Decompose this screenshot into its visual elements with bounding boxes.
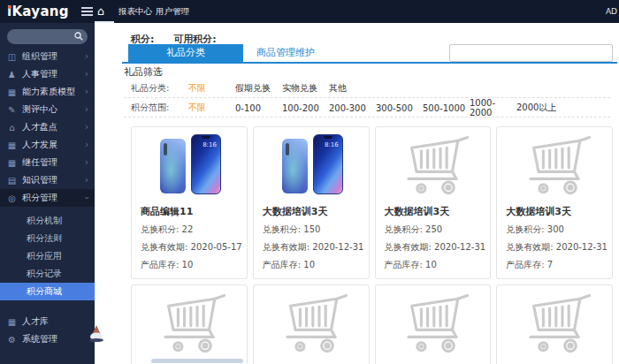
filter-option-range[interactable]: 200-300 bbox=[329, 103, 376, 113]
product-points: 兑换积分: 150 bbox=[263, 224, 360, 236]
tab-product-management[interactable]: 商品管理维护 bbox=[256, 44, 315, 62]
competency-grid-icon: ▦ bbox=[6, 87, 18, 97]
filter-label: 积分范围: bbox=[131, 102, 188, 114]
phone-front: 8:16 bbox=[191, 134, 221, 194]
sidebar-item-system-management[interactable]: ⚙ 系统管理 bbox=[0, 330, 95, 348]
chevron-down-icon: › bbox=[82, 196, 91, 200]
product-stock: 产品库存: 10 bbox=[263, 259, 360, 271]
app-logo: iKayang bbox=[7, 4, 69, 19]
product-validity: 兑换有效期: 2020-12-31 bbox=[385, 241, 482, 254]
tab-gift-category[interactable]: 礼品分类 bbox=[128, 44, 243, 62]
cart-icon bbox=[149, 292, 230, 356]
sidebar-bottom-items: ▦ 人才库 ⚙ 系统管理 bbox=[0, 313, 95, 348]
sidebar-item-hr-management[interactable]: ♟ 人事管理 › bbox=[0, 65, 95, 83]
sidebar-item-points-management[interactable]: ◎ 积分管理 › bbox=[0, 189, 95, 207]
filter-label: 礼品分类: bbox=[131, 82, 188, 95]
product-card: 8:16 大数据培训3天 兑换积分: 150 兑换有效期: 2020-12-31… bbox=[253, 126, 370, 279]
filter-option-holiday[interactable]: 假期兑换 bbox=[235, 82, 282, 95]
filter-option-range[interactable]: 100-200 bbox=[282, 103, 329, 113]
topnav-user-management[interactable]: 用户管理 bbox=[156, 6, 189, 18]
product-points: 兑换积分: 250 bbox=[385, 224, 482, 236]
product-card: 大数据培训3天 兑换积分: 250 兑换有效期: 2020-12-31 产品库存… bbox=[375, 126, 492, 279]
product-image: 8:16 bbox=[132, 131, 247, 201]
knowledge-icon: ▤ bbox=[6, 176, 18, 186]
redeem-button[interactable]: 立即兑换 bbox=[315, 278, 359, 279]
sidebar-item-talent-development[interactable]: ▦ 人才发展 › bbox=[0, 136, 95, 154]
chevron-right-icon: › bbox=[85, 176, 88, 185]
product-image bbox=[376, 289, 491, 360]
product-card bbox=[253, 284, 370, 364]
points-icon: ◎ bbox=[6, 193, 18, 203]
product-card: 8:16 商品编辑11 兑换积分: 22 兑换有效期: 2020-05-17 产… bbox=[131, 126, 248, 279]
sidebar-item-talent-review[interactable]: ⌂ 人才盘点 › bbox=[0, 118, 95, 136]
sidebar-subitem-points-records[interactable]: 积分记录 bbox=[0, 265, 95, 283]
sidebar-subitem-points-mall[interactable]: 积分商城 bbox=[0, 283, 95, 300]
home-icon[interactable]: ⌂ bbox=[97, 4, 104, 18]
product-card: 大数据培训3天 兑换积分: 300 兑换有效期: 2020-12-31 产品库存… bbox=[496, 126, 613, 279]
filter-option-range[interactable]: 300-500 bbox=[376, 103, 423, 113]
product-image bbox=[254, 289, 369, 360]
view-detail-button[interactable]: 查看详细 bbox=[263, 278, 307, 279]
filter-option-unlimited[interactable]: 不限 bbox=[188, 102, 235, 114]
sidebar-subitem-points-mechanism[interactable]: 积分机制 bbox=[0, 212, 95, 230]
sidebar-menu: ◫ 组织管理 › ♟ 人事管理 › ▦ 能力素质模型 › ✎ 测评中心 › ⌂ … bbox=[0, 48, 95, 348]
product-validity: 兑换有效期: 2020-05-17 bbox=[141, 241, 238, 254]
product-image bbox=[376, 131, 491, 201]
chevron-right-icon: › bbox=[85, 123, 88, 132]
talent-pool-icon: ▦ bbox=[6, 317, 18, 327]
cart-icon bbox=[514, 292, 595, 356]
search-icon[interactable] bbox=[74, 32, 83, 41]
sidebar-subitem-points-rules[interactable]: 积分法则 bbox=[0, 230, 95, 247]
phone-product-image: 8:16 bbox=[147, 132, 232, 201]
card-actions: 查看详细 立即兑换 bbox=[141, 278, 238, 279]
product-search-input[interactable] bbox=[449, 44, 613, 62]
sidebar-item-assessment-center[interactable]: ✎ 测评中心 › bbox=[0, 101, 95, 118]
filter-option-range[interactable]: 500-1000 bbox=[423, 103, 470, 113]
sidebar-item-competency-model[interactable]: ▦ 能力素质模型 › bbox=[0, 83, 95, 101]
horizontal-scrollbar[interactable] bbox=[151, 359, 243, 363]
filter-option-other[interactable]: 其他 bbox=[329, 82, 376, 95]
filter-option-range[interactable]: 1000-2000 bbox=[470, 98, 516, 118]
filter-option-physical[interactable]: 实物兑换 bbox=[282, 82, 329, 95]
menu-toggle-icon[interactable] bbox=[81, 7, 93, 18]
card-actions: 查看详细 立即兑换 bbox=[385, 278, 482, 279]
product-grid: 8:16 商品编辑11 兑换积分: 22 兑换有效期: 2020-05-17 产… bbox=[131, 126, 613, 364]
filter-option-range[interactable]: 2000以上 bbox=[516, 102, 563, 114]
product-points: 兑换积分: 300 bbox=[506, 224, 603, 236]
redeem-button[interactable]: 立即兑换 bbox=[559, 278, 603, 279]
cart-icon bbox=[392, 134, 473, 198]
app-logo-text: iKayang bbox=[7, 4, 69, 19]
product-stock: 产品库存: 10 bbox=[385, 259, 482, 271]
topbar: iKayang ⌂ 报表中心 用户管理 AD bbox=[0, 0, 619, 23]
topnav-report-center[interactable]: 报表中心 bbox=[118, 6, 152, 18]
filter-option-unlimited[interactable]: 不限 bbox=[188, 82, 235, 95]
logo-dot bbox=[8, 5, 11, 9]
view-detail-button[interactable]: 查看详细 bbox=[141, 278, 185, 279]
sidebar-item-knowledge-management[interactable]: ▤ 知识管理 › bbox=[0, 171, 95, 189]
redeem-button[interactable]: 立即兑换 bbox=[437, 278, 481, 279]
product-points: 兑换积分: 22 bbox=[141, 224, 238, 236]
sidebar-search bbox=[7, 29, 88, 44]
filter-option-range[interactable]: 0-100 bbox=[235, 103, 282, 113]
mascot-icon[interactable] bbox=[87, 324, 106, 345]
view-detail-button[interactable]: 查看详细 bbox=[506, 278, 550, 279]
sidebar-item-succession-management[interactable]: ▦ 继任管理 › bbox=[0, 154, 95, 171]
talent-development-icon: ▦ bbox=[6, 140, 18, 150]
filter-row-gift-category: 礼品分类: 不限 假期兑换 实物兑换 其他 bbox=[131, 80, 612, 97]
system-settings-icon: ⚙ bbox=[6, 335, 18, 345]
succession-icon: ▦ bbox=[6, 158, 18, 168]
cart-icon bbox=[271, 292, 352, 356]
chevron-right-icon: › bbox=[85, 105, 88, 114]
phone-product-image: 8:16 bbox=[269, 132, 354, 201]
tab-underline bbox=[122, 62, 617, 64]
sidebar-subitem-points-application[interactable]: 积分应用 bbox=[0, 247, 95, 265]
sidebar-item-org-management[interactable]: ◫ 组织管理 › bbox=[0, 48, 95, 65]
sidebar-item-talent-pool[interactable]: ▦ 人才库 bbox=[0, 313, 95, 330]
user-label[interactable]: AD bbox=[606, 7, 617, 16]
cart-icon bbox=[514, 134, 595, 198]
redeem-button[interactable]: 立即兑换 bbox=[193, 278, 237, 279]
view-detail-button[interactable]: 查看详细 bbox=[385, 278, 429, 279]
cart-icon bbox=[392, 292, 473, 356]
content: 积分: 可用积分: 礼品分类 商品管理维护 礼品筛选 礼品分类: 不限 假期兑换… bbox=[95, 23, 619, 364]
product-stock: 产品库存: 10 bbox=[141, 259, 238, 271]
